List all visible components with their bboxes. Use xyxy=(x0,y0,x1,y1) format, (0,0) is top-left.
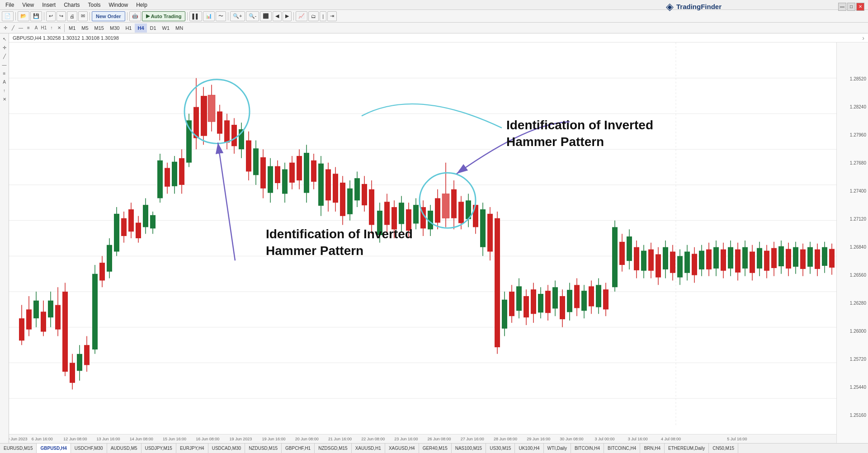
menu-item-charts[interactable]: Charts xyxy=(60,1,83,9)
expert-button[interactable]: 🤖 xyxy=(129,11,141,21)
tab-xauusd-h1[interactable]: XAUUSD,H1 xyxy=(352,444,385,453)
tab-usdcad-m30[interactable]: USDCAD,M30 xyxy=(208,444,245,453)
tab-nzdsgd-m15[interactable]: NZDSGD,M15 xyxy=(315,444,351,453)
tf-m15[interactable]: M15 xyxy=(92,24,107,33)
chart-type-bars[interactable]: ▌▌ xyxy=(189,11,202,21)
label-tool[interactable]: H1 xyxy=(40,24,47,32)
menu-item-file[interactable]: File xyxy=(2,1,18,9)
hline-draw-tool[interactable]: — xyxy=(1,61,8,68)
crosshair-tool[interactable]: ✛ xyxy=(1,44,8,51)
tab-gbpchf-h1[interactable]: GBPCHF,H1 xyxy=(282,444,315,453)
tab-usdjpy-m15[interactable]: USDJPY,M15 xyxy=(142,444,176,453)
text-tool[interactable]: A xyxy=(33,24,40,32)
svg-rect-45 xyxy=(143,205,148,227)
email-button[interactable]: ✉ xyxy=(78,11,88,21)
tab-bitcoinc-h4[interactable]: BITCOINC,H4 xyxy=(604,444,640,453)
svg-rect-23 xyxy=(62,292,68,372)
open-button[interactable]: 📂 xyxy=(18,11,29,21)
crosshair-tool[interactable]: ✛ xyxy=(2,24,9,32)
redo-button[interactable]: ↪ xyxy=(57,11,66,21)
time-label-16: 29 Jun 16:00 xyxy=(527,437,550,441)
fit-button[interactable]: ⬛ xyxy=(260,11,272,21)
pointer-tool[interactable]: ↖ xyxy=(1,35,8,42)
tf-h1[interactable]: H1 xyxy=(123,24,134,33)
price-label-12: 1.25440 xyxy=(850,384,866,389)
tf-d1[interactable]: D1 xyxy=(147,24,159,33)
minimize-button[interactable]: — xyxy=(838,3,846,11)
svg-rect-105 xyxy=(362,184,367,205)
tab-uk100-h4[interactable]: UK100,H4 xyxy=(515,444,543,453)
arrow-draw-tool[interactable]: ↑ xyxy=(1,87,8,94)
tf-mn[interactable]: MN xyxy=(173,24,186,33)
tf-w1[interactable]: W1 xyxy=(160,24,173,33)
tf-m5[interactable]: M5 xyxy=(79,24,91,33)
tab-cn50-m15[interactable]: CN50,M15 xyxy=(709,444,738,453)
candlestick-chart[interactable]: Identification of Inverted Hammer Patter… xyxy=(9,42,836,434)
tab-eurjpy-h4[interactable]: EURJPY,H4 xyxy=(176,444,208,453)
text-draw-tool[interactable]: A xyxy=(1,78,8,85)
time-label-2: 12 Jun 08:00 xyxy=(63,437,87,441)
maximize-button[interactable]: □ xyxy=(847,3,855,11)
tab-wti-daily[interactable]: WTI,Daily xyxy=(544,444,571,453)
chart-type-line[interactable]: 〜 xyxy=(216,11,226,21)
svg-rect-127 xyxy=(442,194,449,218)
tf-m1[interactable]: M1 xyxy=(66,24,78,33)
chart-area[interactable]: GBPUSD,H4 1.30258 1.30312 1.30108 1.3019… xyxy=(9,33,868,443)
close-button[interactable]: ✕ xyxy=(856,3,864,11)
tab-ethereum-daily[interactable]: ETHEREUM,Daily xyxy=(665,444,709,453)
hline-tool[interactable]: — xyxy=(17,24,24,32)
price-label-11: 1.25720 xyxy=(850,356,866,361)
tab-usdchf-m30[interactable]: USDCHF,M30 xyxy=(71,444,107,453)
tf-h4[interactable]: H4 xyxy=(135,24,146,33)
left-toolbar: ↖ ✛ ╱ — ≡ A ↑ ✕ xyxy=(0,33,9,443)
new-chart-button[interactable]: 📄 xyxy=(2,11,14,21)
chart-shift-button[interactable]: ⇥ xyxy=(327,11,337,21)
svg-rect-95 xyxy=(326,169,331,200)
line-tool[interactable]: ╱ xyxy=(9,24,17,32)
fib-tool[interactable]: ≡ xyxy=(25,24,32,32)
undo-button[interactable]: ↩ xyxy=(46,11,56,21)
line-draw-tool[interactable]: ╱ xyxy=(1,52,8,60)
zoom-out-button[interactable]: 🔍- xyxy=(246,11,259,21)
delete-tool[interactable]: ✕ xyxy=(56,24,63,32)
chart-scroll-right[interactable]: › xyxy=(862,34,864,42)
tab-us30-m15[interactable]: US30,M15 xyxy=(486,444,515,453)
price-label-13: 1.25160 xyxy=(850,412,866,417)
svg-rect-147 xyxy=(516,286,522,311)
scroll-right-button[interactable]: ▶ xyxy=(283,11,292,21)
tab-nzdusd-m15[interactable]: NZDUSD,M15 xyxy=(245,444,282,453)
auto-trading-icon: ▶ xyxy=(146,13,150,19)
tab-gbpusd-h4[interactable]: GBPUSD,H4 xyxy=(37,444,71,453)
menu-item-tools[interactable]: Tools xyxy=(85,1,104,9)
auto-trading-button[interactable]: ▶ Auto Trading xyxy=(142,11,186,21)
svg-rect-211 xyxy=(750,252,755,273)
scroll-left-button[interactable]: ◀ xyxy=(273,11,282,21)
menu-item-insert[interactable]: Insert xyxy=(38,1,59,9)
svg-rect-83 xyxy=(282,169,288,193)
indicators-button[interactable]: 📈 xyxy=(296,11,307,21)
chart-type-candles[interactable]: 📊 xyxy=(203,11,215,21)
tab-brn-h4[interactable]: BRN,H4 xyxy=(640,444,665,453)
tab-ger40-m15[interactable]: GER40,M15 xyxy=(419,444,452,453)
tab-bitcoin-h4[interactable]: BITCOIN,H4 xyxy=(571,444,604,453)
delete-draw-tool[interactable]: ✕ xyxy=(1,95,8,103)
templates-button[interactable]: 🗂 xyxy=(308,11,319,21)
period-sep-button[interactable]: | xyxy=(320,11,326,21)
menu-item-help[interactable]: Help xyxy=(132,1,151,9)
tab-xagusd-h4[interactable]: XAGUSD,H4 xyxy=(385,444,419,453)
menu-item-view[interactable]: View xyxy=(19,1,38,9)
zoom-in-button[interactable]: 🔍+ xyxy=(230,11,245,21)
save-button[interactable]: 💾 xyxy=(30,11,42,21)
arrow-tool[interactable]: ↑ xyxy=(48,24,55,32)
tab-nas100-m15[interactable]: NAS100,M15 xyxy=(452,444,486,453)
svg-rect-213 xyxy=(757,248,762,269)
svg-rect-55 xyxy=(179,158,184,185)
print-button[interactable]: 🖨 xyxy=(67,11,77,21)
new-order-button[interactable]: New Order xyxy=(92,11,125,21)
menu-item-window[interactable]: Window xyxy=(105,1,132,9)
tf-m30[interactable]: M30 xyxy=(107,24,122,33)
svg-rect-153 xyxy=(538,294,543,312)
tab-eurusd-m15[interactable]: EURUSD,M15 xyxy=(0,444,37,453)
tab-audusd-m5[interactable]: AUDUSD,M5 xyxy=(107,444,142,453)
fib-draw-tool[interactable]: ≡ xyxy=(1,70,8,77)
